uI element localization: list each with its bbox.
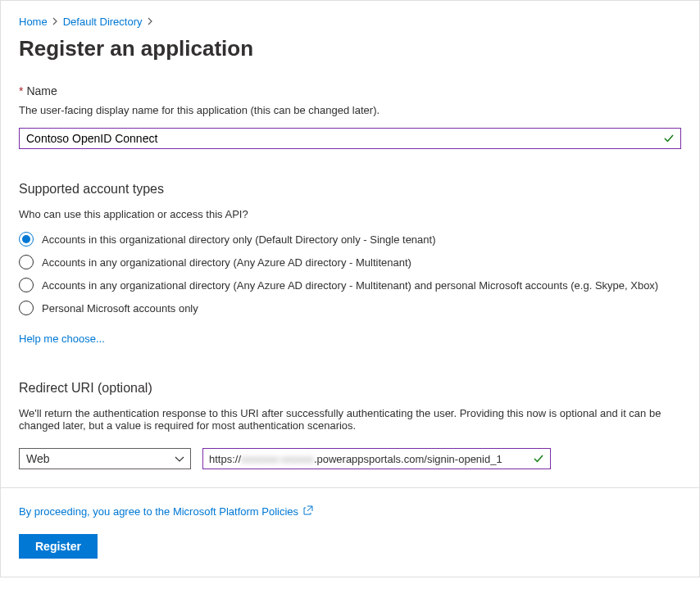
- main-content: Home Default Directory Register an appli…: [1, 1, 699, 487]
- register-button[interactable]: Register: [19, 534, 98, 559]
- chevron-right-icon: [52, 17, 58, 27]
- breadcrumb-home[interactable]: Home: [19, 16, 48, 28]
- platform-select[interactable]: Web: [19, 448, 191, 469]
- breadcrumb: Home Default Directory: [19, 16, 681, 28]
- radio-icon: [19, 255, 34, 269]
- radio-personal-only[interactable]: Personal Microsoft accounts only: [19, 301, 681, 315]
- account-types-radio-group: Accounts in this organizational director…: [19, 232, 681, 315]
- platform-select-wrap: Web: [19, 448, 191, 469]
- platform-select-value: Web: [26, 452, 50, 465]
- radio-multitenant[interactable]: Accounts in any organizational directory…: [19, 255, 681, 269]
- radio-icon: [19, 301, 34, 315]
- chevron-right-icon: [148, 17, 153, 27]
- help-me-choose-link[interactable]: Help me choose...: [19, 333, 105, 345]
- breadcrumb-directory[interactable]: Default Directory: [63, 16, 143, 28]
- radio-label: Accounts in any organizational directory…: [42, 256, 411, 269]
- name-label: *Name: [19, 84, 681, 97]
- radio-single-tenant[interactable]: Accounts in this organizational director…: [19, 232, 681, 247]
- radio-label: Accounts in this organizational director…: [42, 233, 436, 246]
- external-link-icon: [303, 505, 313, 518]
- radio-icon: [19, 278, 34, 292]
- account-types-heading: Supported account types: [19, 182, 681, 197]
- radio-icon: [19, 232, 34, 247]
- redirect-uri-heading: Redirect URI (optional): [19, 381, 681, 396]
- radio-multitenant-personal[interactable]: Accounts in any organizational directory…: [19, 278, 681, 292]
- name-input[interactable]: [19, 128, 681, 149]
- footer: By proceeding, you agree to the Microsof…: [1, 487, 699, 577]
- name-input-wrap: [19, 128, 681, 149]
- redirect-uri-row: Web https://xxxxxxx-xxxxxx.powerappsport…: [19, 448, 681, 469]
- redirect-uri-input-wrap: https://xxxxxxx-xxxxxx.powerappsportals.…: [202, 448, 551, 469]
- name-description: The user-facing display name for this ap…: [19, 104, 681, 116]
- redirect-uri-input[interactable]: [202, 448, 551, 469]
- platform-policies-link[interactable]: By proceeding, you agree to the Microsof…: [19, 505, 313, 518]
- required-star-icon: *: [19, 84, 23, 97]
- page-title: Register an application: [19, 36, 681, 61]
- app-registration-panel: Home Default Directory Register an appli…: [0, 0, 700, 577]
- radio-label: Accounts in any organizational directory…: [42, 279, 658, 292]
- account-types-question: Who can use this application or access t…: [19, 208, 681, 220]
- redirect-uri-description: We'll return the authentication response…: [19, 407, 681, 432]
- radio-label: Personal Microsoft accounts only: [42, 302, 198, 315]
